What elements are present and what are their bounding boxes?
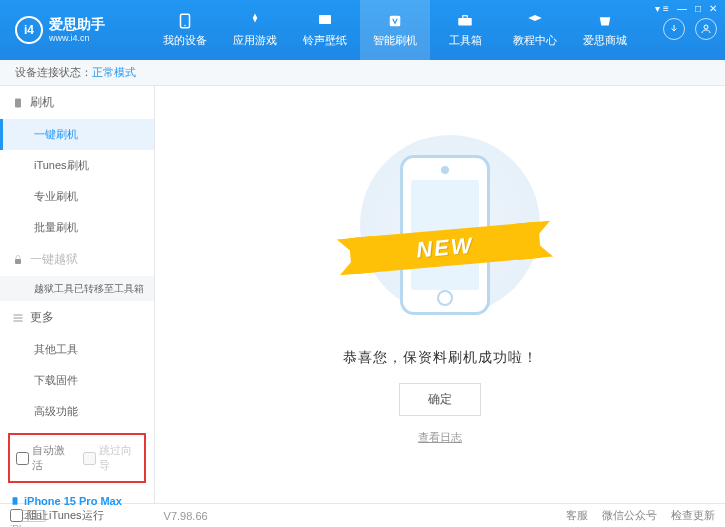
nav-label: 我的设备 (163, 33, 207, 48)
logo-icon: i4 (15, 16, 43, 44)
nav-my-device[interactable]: 我的设备 (150, 0, 220, 60)
checkbox-auto-activate[interactable]: 自动激活 (16, 443, 71, 473)
app-header: i4 爱思助手 www.i4.cn 我的设备 应用游戏 铃声壁纸 智能刷机 工具… (0, 0, 725, 60)
status-label: 设备连接状态： (15, 65, 92, 80)
checkbox-skip-guide[interactable]: 跳过向导 (83, 443, 138, 473)
device-name[interactable]: iPhone 15 Pro Max (10, 495, 144, 507)
svg-point-1 (184, 25, 186, 27)
device-status-bar: 设备连接状态： 正常模式 (0, 60, 725, 86)
footer-link-wechat[interactable]: 微信公众号 (602, 508, 657, 523)
sidebar-item-oneclick-flash[interactable]: 一键刷机 (0, 119, 154, 150)
user-icon[interactable] (695, 18, 717, 40)
nav-label: 工具箱 (449, 33, 482, 48)
nav-label: 教程中心 (513, 33, 557, 48)
sidebar-section-flash[interactable]: 刷机 (0, 86, 154, 119)
svg-rect-7 (15, 98, 21, 107)
app-url: www.i4.cn (49, 33, 105, 43)
status-mode: 正常模式 (92, 65, 136, 80)
window-controls: ▾ ≡ — □ ✕ (655, 3, 717, 14)
footer-link-update[interactable]: 检查更新 (671, 508, 715, 523)
nav-label: 铃声壁纸 (303, 33, 347, 48)
nav-ringtones[interactable]: 铃声壁纸 (290, 0, 360, 60)
maximize-icon[interactable]: □ (695, 3, 701, 14)
sidebar-item-jailbreak-note: 越狱工具已转移至工具箱 (0, 276, 154, 301)
logo-area: i4 爱思助手 www.i4.cn (0, 16, 150, 44)
section-title: 更多 (30, 309, 54, 326)
download-icon[interactable] (663, 18, 685, 40)
activation-options: 自动激活 跳过向导 (8, 433, 146, 483)
view-log-link[interactable]: 查看日志 (418, 430, 462, 445)
success-message: 恭喜您，保资料刷机成功啦！ (343, 349, 538, 367)
sidebar: 刷机 一键刷机 iTunes刷机 专业刷机 批量刷机 一键越狱 越狱工具已转移至… (0, 86, 155, 503)
svg-rect-9 (13, 497, 18, 505)
sidebar-section-jailbreak: 一键越狱 (0, 243, 154, 276)
svg-rect-8 (15, 259, 21, 264)
checkbox-block-itunes[interactable]: 阻止iTunes运行 (10, 508, 104, 523)
menu-icon[interactable]: ▾ ≡ (655, 3, 669, 14)
success-illustration: NEW (350, 135, 530, 335)
minimize-icon[interactable]: — (677, 3, 687, 14)
nav-label: 智能刷机 (373, 33, 417, 48)
close-icon[interactable]: ✕ (709, 3, 717, 14)
nav-label: 爱思商城 (583, 33, 627, 48)
confirm-button[interactable]: 确定 (399, 383, 481, 416)
main-content: NEW 恭喜您，保资料刷机成功啦！ 确定 查看日志 (155, 86, 725, 503)
svg-rect-5 (463, 16, 468, 19)
nav-smart-flash[interactable]: 智能刷机 (360, 0, 430, 60)
sidebar-section-more[interactable]: 更多 (0, 301, 154, 334)
nav-apps[interactable]: 应用游戏 (220, 0, 290, 60)
sidebar-item-other-tools[interactable]: 其他工具 (0, 334, 154, 365)
main-nav: 我的设备 应用游戏 铃声壁纸 智能刷机 工具箱 教程中心 爱思商城 (150, 0, 640, 60)
svg-rect-2 (319, 15, 331, 24)
nav-tutorials[interactable]: 教程中心 (500, 0, 570, 60)
header-actions (663, 18, 717, 40)
nav-store[interactable]: 爱思商城 (570, 0, 640, 60)
nav-toolbox[interactable]: 工具箱 (430, 0, 500, 60)
version-label: V7.98.66 (164, 510, 208, 522)
sidebar-item-itunes-flash[interactable]: iTunes刷机 (0, 150, 154, 181)
app-name: 爱思助手 (49, 17, 105, 32)
ribbon-text: NEW (415, 232, 474, 263)
section-title: 一键越狱 (30, 251, 78, 268)
sidebar-item-download-firmware[interactable]: 下载固件 (0, 365, 154, 396)
nav-label: 应用游戏 (233, 33, 277, 48)
sidebar-item-pro-flash[interactable]: 专业刷机 (0, 181, 154, 212)
sidebar-item-batch-flash[interactable]: 批量刷机 (0, 212, 154, 243)
sidebar-item-advanced[interactable]: 高级功能 (0, 396, 154, 427)
svg-rect-3 (390, 16, 401, 27)
svg-point-6 (704, 25, 708, 29)
section-title: 刷机 (30, 94, 54, 111)
footer-link-support[interactable]: 客服 (566, 508, 588, 523)
